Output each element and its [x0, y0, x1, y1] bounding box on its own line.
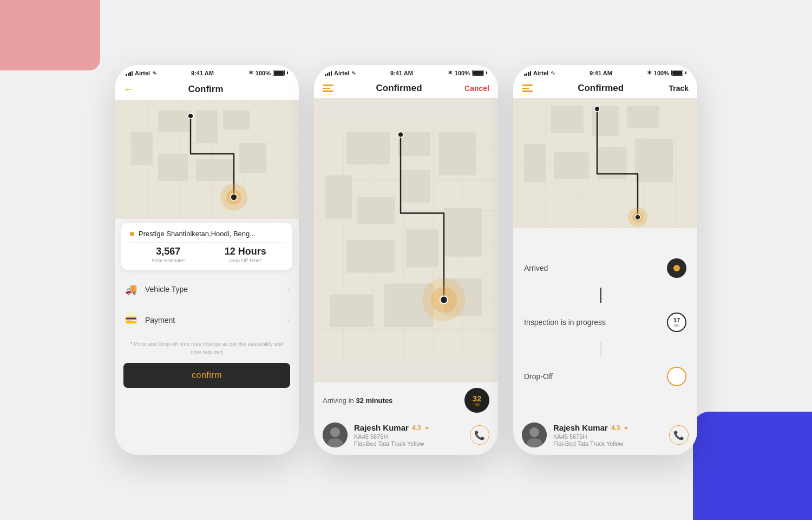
battery-pct-3: 100%: [654, 70, 669, 76]
map-svg-3: [513, 98, 697, 228]
arriving-text: Arriving in 32 minutes: [323, 396, 392, 405]
svg-point-49: [440, 296, 448, 304]
tracking-area: Arrived Inspection is in progress 17 min: [513, 228, 697, 417]
carrier-label-3: Airtel: [533, 70, 548, 76]
svg-rect-36: [438, 132, 476, 176]
battery-icon: [273, 70, 285, 76]
star-icon-3: ★: [624, 425, 628, 431]
battery-pct-2: 100%: [455, 70, 470, 76]
wifi-icon-2: ∿: [351, 70, 356, 76]
battery-pct: 100%: [256, 70, 271, 76]
track-button[interactable]: Track: [669, 84, 689, 93]
battery-tip-2: [486, 72, 487, 74]
driver-rating-2: 4.3: [412, 424, 421, 432]
signal-icon-2: [325, 70, 332, 76]
step-inspection-timer: 17 min: [667, 313, 686, 332]
info-card: Prestige Shantiniketan,Hoodi, Beng... 3,…: [121, 223, 292, 270]
location-dot: [130, 232, 134, 236]
signal-icon-3: [524, 70, 531, 76]
status-bar-3: Airtel ∿ 9:41 AM ✶ 100%: [513, 65, 697, 79]
time-label-2: 9:41 AM: [390, 70, 413, 76]
call-button-2[interactable]: 📞: [470, 425, 489, 445]
battery-tip: [287, 72, 288, 74]
status-bar-2: Airtel ∿ 9:41 AM ✶ 100%: [314, 65, 498, 79]
svg-rect-66: [554, 152, 589, 179]
driver-rating-3: 4.3: [611, 424, 620, 432]
map-area-2: [314, 98, 498, 382]
svg-rect-37: [325, 176, 352, 219]
time-label: Drop Off Time*: [207, 258, 284, 263]
svg-rect-13: [158, 154, 188, 181]
driver-card-3: Rajesh Kumar 4.3 ★ KA45 5675H Flat-Bed T…: [513, 417, 697, 455]
svg-rect-12: [223, 110, 250, 129]
driver-info-2: Rajesh Kumar 4.3 ★ KA45 5675H Flat-Bed T…: [354, 423, 463, 447]
price-label: Price Estimate*: [130, 258, 207, 263]
driver-vehicle-2: Flat-Bed Tata Truck Yellow: [354, 440, 463, 447]
phones-container: Airtel ∿ 9:41 AM ✶ 100% ← Confirm: [115, 65, 697, 455]
svg-point-46: [398, 132, 403, 138]
payment-label: Payment: [145, 316, 287, 324]
time-col: 12 Hours Drop Off Time*: [207, 246, 284, 263]
location-text: Prestige Shantiniketan,Hoodi, Beng...: [139, 230, 256, 238]
card-icon: 💳: [123, 313, 139, 328]
svg-rect-64: [627, 106, 659, 128]
price-col: 3,567 Price Estimate*: [130, 246, 207, 263]
step-arrived: Arrived: [524, 249, 686, 288]
battery-tip-3: [685, 72, 686, 74]
battery-icon-2: [472, 70, 484, 76]
svg-rect-10: [158, 110, 191, 132]
time-badge-min: min: [474, 402, 481, 407]
svg-point-72: [635, 214, 640, 220]
map-area-1: [115, 100, 299, 219]
step-dropoff-label: Drop-Off: [524, 372, 553, 381]
time-label: 9:41 AM: [191, 70, 214, 76]
back-button[interactable]: ←: [123, 83, 134, 95]
timer-value: 17: [673, 317, 680, 323]
step-dropoff-dot: [667, 367, 686, 386]
payment-item[interactable]: 💳 Payment ›: [115, 305, 299, 336]
nav-bar-3: Confirmed Track: [513, 79, 697, 98]
svg-point-74: [529, 427, 539, 437]
wifi-icon: ∿: [152, 70, 156, 76]
price-value: 3,567: [130, 246, 207, 257]
step-inspection-label: Inspection is in progress: [524, 318, 606, 327]
time-value: 12 Hours: [207, 246, 284, 257]
chevron-right-icon-2: ›: [287, 316, 290, 324]
confirm-button[interactable]: confirm: [123, 363, 290, 388]
svg-point-17: [188, 113, 193, 119]
svg-rect-41: [406, 230, 438, 268]
vehicle-type-item[interactable]: 🚚 Vehicle Type ›: [115, 274, 299, 305]
arriving-row: Arriving in 32 minutes 32 min: [314, 382, 498, 417]
svg-rect-16: [131, 132, 153, 165]
hamburger-menu-3[interactable]: [522, 84, 533, 92]
driver-vehicle-3: Flat-Bed Tata Truck Yellow: [553, 440, 663, 447]
status-bar-1: Airtel ∿ 9:41 AM ✶ 100%: [115, 65, 299, 79]
call-button-3[interactable]: 📞: [669, 425, 689, 445]
svg-rect-43: [330, 295, 374, 327]
star-icon-2: ★: [424, 425, 429, 431]
vehicle-type-label: Vehicle Type: [145, 285, 287, 294]
svg-rect-11: [196, 110, 218, 143]
svg-rect-38: [357, 197, 395, 224]
nav-bar-1: ← Confirm: [115, 79, 299, 100]
driver-plate-2: KA45 5675H: [354, 433, 463, 440]
timer-min: min: [673, 323, 679, 327]
cancel-button[interactable]: Cancel: [464, 84, 489, 93]
svg-rect-34: [346, 132, 390, 165]
truck-icon: 🚚: [123, 282, 139, 297]
driver-plate-3: KA45 5675H: [553, 433, 663, 440]
time-badge: 32 min: [464, 388, 489, 413]
disclaimer-text: * Price and Drop-off time may change as …: [115, 336, 299, 361]
driver-info-3: Rajesh Kumar 4.3 ★ KA45 5675H Flat-Bed T…: [553, 423, 663, 447]
bluetooth-icon-2: ✶: [448, 69, 453, 76]
svg-rect-62: [551, 106, 584, 133]
svg-rect-65: [524, 144, 546, 182]
bluetooth-icon-3: ✶: [647, 69, 652, 76]
driver-card-2: Rajesh Kumar 4.3 ★ KA45 5675H Flat-Bed T…: [314, 417, 498, 455]
svg-point-20: [231, 194, 237, 200]
driver-name-2: Rajesh Kumar: [354, 423, 409, 432]
hamburger-menu-2[interactable]: [323, 84, 333, 92]
bg-pink-shape: [0, 0, 100, 70]
driver-avatar-2: [323, 422, 348, 447]
step-arrived-label: Arrived: [524, 264, 548, 272]
